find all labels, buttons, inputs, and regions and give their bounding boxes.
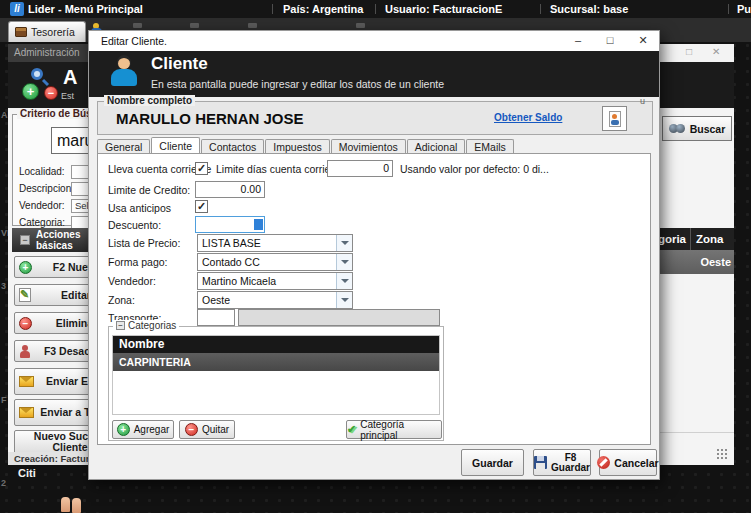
- usa-anticipos-checkbox[interactable]: [195, 200, 208, 213]
- client-name-value: MARULLO HERNAN JOSE: [116, 110, 304, 127]
- cancelar-button[interactable]: Cancelar: [599, 449, 657, 476]
- table-row[interactable]: CARPINTERIA: [113, 353, 439, 371]
- lista-precio-select[interactable]: LISTA BASE: [197, 234, 353, 252]
- topbar-divider: [540, 4, 541, 14]
- transporte-name-input: [238, 309, 440, 326]
- vendedor-select[interactable]: Martino Micaela: [197, 272, 353, 290]
- lider-logo-icon: li: [10, 2, 24, 16]
- tab-emails[interactable]: EMails: [466, 139, 514, 153]
- plus-icon: +: [19, 261, 32, 274]
- app-title: Lider - Menú Principal: [28, 3, 143, 15]
- maximize-icon[interactable]: □: [602, 34, 618, 48]
- quitar-button[interactable]: − Quitar: [179, 420, 235, 439]
- country-label: País: Argentina: [283, 3, 363, 15]
- dias-default-note: Usando valor por defecto: 0 di...: [400, 163, 549, 175]
- chevron-down-icon: [336, 292, 352, 308]
- dialog-titlebar[interactable]: Editar Cliente. – □ ✕: [89, 31, 659, 51]
- tab-tesoreria[interactable]: Tesorería: [8, 21, 86, 42]
- topbar-divider: [272, 4, 273, 14]
- agregar-button[interactable]: + Agregar: [112, 420, 174, 439]
- edit-icon: [19, 288, 31, 302]
- close-icon[interactable]: ✕: [635, 34, 651, 48]
- tab-contactos[interactable]: Contactos: [201, 139, 264, 153]
- client-doc-icon: [609, 111, 621, 127]
- cuenta-corriente-checkbox[interactable]: [195, 162, 208, 175]
- magnifier-icon: [31, 68, 43, 80]
- treasury-icon: [15, 27, 27, 37]
- categoria-label: Categoria:: [19, 217, 65, 228]
- editar-cliente-dialog: Editar Cliente. – □ ✕ Cliente En esta pa…: [88, 30, 660, 480]
- chevron-down-icon: [336, 254, 352, 270]
- zona-select[interactable]: Oeste: [197, 291, 353, 309]
- categories-group: − Categorias Nombre CARPINTERIA + Agrega…: [108, 326, 444, 441]
- client-tabs: General Cliente Contactos Impuestos Movi…: [97, 137, 515, 153]
- admin-heading: A: [63, 66, 77, 89]
- chevron-down-icon: [336, 273, 352, 289]
- clients-admin-icon: + −: [22, 68, 62, 104]
- full-name-legend: Nombre completo: [104, 95, 195, 106]
- topbar-divider: [728, 4, 729, 14]
- tab-general[interactable]: General: [97, 139, 150, 153]
- descuento-label: Descuento:: [108, 219, 161, 231]
- tab-movimientos[interactable]: Movimientos: [331, 139, 406, 153]
- admin-window-chrome: □ ✕: [658, 44, 734, 62]
- f8-guardar-button[interactable]: F8 Guardar: [533, 449, 591, 476]
- descuento-input[interactable]: [195, 216, 265, 233]
- edge-fragment: 3: [1, 281, 6, 291]
- categories-legend: Categorias: [128, 320, 176, 331]
- cancel-icon: [597, 456, 610, 469]
- forma-pago-label: Forma pago:: [108, 256, 168, 268]
- minus-icon: −: [19, 317, 32, 330]
- buscar-button[interactable]: Buscar: [662, 116, 732, 141]
- topbar-divider: [375, 4, 376, 14]
- column-zona[interactable]: Zona: [691, 228, 734, 250]
- resize-grip[interactable]: [716, 448, 729, 461]
- guardar-button[interactable]: Guardar: [461, 449, 524, 476]
- tab-cliente[interactable]: Cliente: [151, 137, 200, 153]
- lista-precio-label: Lista de Precio:: [108, 237, 180, 249]
- branch-label: Sucursal: base: [550, 3, 628, 15]
- edge-fragment: 2: [1, 478, 6, 488]
- toolbar-icon-partial: [190, 23, 199, 28]
- maximize-icon[interactable]: □: [686, 46, 692, 57]
- minus-icon: −: [44, 86, 58, 100]
- topbar-truncated-label: Pun: [737, 3, 751, 15]
- vendedor-label: Vendedor:: [19, 200, 65, 211]
- admin-subheading: Est: [61, 91, 74, 101]
- minimize-icon[interactable]: –: [570, 34, 586, 48]
- collapse-icon[interactable]: −: [20, 235, 30, 245]
- close-icon[interactable]: ✕: [712, 46, 720, 57]
- admin-window-title: Administración de C: [8, 44, 88, 62]
- zona-label: Zona:: [108, 294, 135, 306]
- client-avatar-icon: [109, 55, 139, 93]
- plus-icon: +: [117, 423, 130, 436]
- client-doc-button[interactable]: [602, 106, 627, 131]
- categoria-principal-button[interactable]: ✔ Categoría principal: [346, 420, 442, 439]
- mail-icon: [19, 376, 34, 387]
- categories-table: Nombre CARPINTERIA: [112, 335, 440, 415]
- user-label: Usuario: FacturacionE: [385, 3, 502, 15]
- localidad-label: Localidad:: [19, 166, 65, 177]
- tab-adicional[interactable]: Adicional: [407, 139, 466, 153]
- transporte-code-input[interactable]: [197, 309, 235, 326]
- toolbar-icon-partial: [133, 23, 142, 28]
- dias-cc-input[interactable]: 0: [327, 160, 393, 177]
- main-menu-bar: li Lider - Menú Principal País: Argentin…: [0, 0, 751, 18]
- obtener-saldo-link[interactable]: Obtener Saldo: [494, 112, 562, 123]
- tab-tesoreria-label: Tesorería: [31, 26, 75, 38]
- limite-credito-input[interactable]: 0.00: [195, 181, 265, 198]
- forma-pago-select[interactable]: Contado CC: [197, 253, 353, 271]
- hand-image: [61, 497, 87, 513]
- collapse-icon[interactable]: −: [116, 321, 125, 330]
- tab-impuestos[interactable]: Impuestos: [265, 139, 329, 153]
- dialog-subtitle: En esta pantalla puede ingresar y editar…: [151, 78, 444, 90]
- descripcion-label: Descripcion:: [19, 183, 74, 194]
- mail-icon: [19, 407, 34, 418]
- stray-glyph: u: [640, 96, 645, 106]
- minus-icon: −: [185, 423, 198, 436]
- check-icon: ✔: [347, 423, 356, 436]
- chevron-down-icon: [336, 235, 352, 251]
- row-zona-value: Oeste: [691, 250, 731, 274]
- usa-anticipos-label: Usa anticipos: [108, 202, 171, 214]
- dialog-heading: Cliente: [151, 54, 208, 74]
